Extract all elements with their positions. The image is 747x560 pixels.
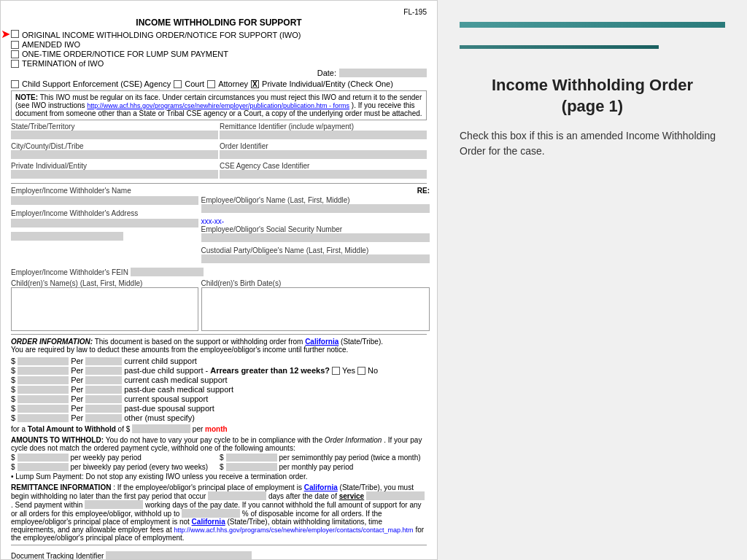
total-input[interactable]: [132, 424, 190, 433]
per-input-2[interactable]: [85, 376, 122, 384]
amended_iwo-checkbox[interactable]: [11, 41, 19, 49]
cse-case-id-input[interactable]: [220, 170, 427, 179]
employer-name-label: Employer/Income Withholder's Name: [11, 187, 131, 195]
remittance-state1: California: [304, 483, 338, 491]
yes-checkbox-1[interactable]: [332, 367, 340, 375]
original-iwo-checkbox[interactable]: [11, 30, 19, 38]
date-input[interactable]: [339, 69, 427, 77]
semimonthly-input[interactable]: [226, 454, 277, 462]
re-section: Employer/Income Withholder's Name Employ…: [11, 187, 427, 265]
money-input-2[interactable]: [18, 376, 69, 384]
biweekly-input[interactable]: [18, 463, 69, 471]
per-label-6: Per: [71, 413, 83, 422]
per-input-6[interactable]: [85, 414, 122, 422]
dollar-5: $: [11, 404, 15, 413]
order-id-input[interactable]: [220, 150, 427, 159]
per-label-0: Per: [71, 357, 83, 365]
remittance-state2: California: [192, 518, 225, 526]
per-input-1[interactable]: [85, 367, 122, 375]
order-info-header: ORDER INFORMATION:: [11, 338, 93, 346]
money-input-1[interactable]: [18, 367, 69, 375]
total-mid: of $: [118, 425, 131, 433]
dollar-4: $: [11, 394, 15, 403]
private-entity-input[interactable]: [11, 170, 218, 179]
private-label: Private Individual/Entity (Check One): [262, 79, 393, 88]
monthly-input[interactable]: [226, 463, 277, 471]
employer-name-input[interactable]: [11, 196, 198, 205]
money-row-5: $ Per past-due spousal support: [11, 404, 427, 413]
tracking-input[interactable]: [106, 551, 252, 560]
fein-input[interactable]: [131, 268, 204, 276]
per-input-4[interactable]: [85, 395, 122, 403]
dollar-0: $: [11, 357, 15, 365]
city-county-input[interactable]: [11, 150, 218, 159]
info-title: Income Withholding Order(page 1): [460, 75, 725, 117]
total-prefix: for a: [11, 425, 28, 433]
per-label-2: Per: [71, 376, 83, 384]
dollar-sign-1: $: [11, 454, 15, 462]
children-births-input[interactable]: [201, 287, 430, 331]
original-iwo-row: ➤ ORIGINAL INCOME WITHHOLDING ORDER/NOTI…: [11, 30, 427, 39]
children-names-input[interactable]: [11, 287, 198, 331]
lump-sum-label: Lump Sum Payment: Do not stop any existi…: [15, 472, 307, 481]
service-word: service: [339, 492, 364, 500]
dollar-sign-3: $: [11, 463, 15, 471]
city-county-field: City/County/Dist./Tribe: [11, 142, 218, 160]
checkbox-rows: AMENDED IWO ONE-TIME ORDER/NOTICE FOR LU…: [11, 40, 427, 68]
days2-input[interactable]: [85, 500, 143, 509]
custodial-input[interactable]: [201, 254, 430, 263]
money-row-0: $ Per current child support: [11, 357, 427, 365]
state-tribe-field: State/Tribe/Territory: [11, 122, 218, 141]
desc-1: past-due child support -: [124, 366, 208, 375]
amounts-header-row: AMOUNTS TO WITHHOLD: You do not have to …: [11, 436, 427, 452]
termination-label: TERMINATION of IWO: [22, 59, 104, 68]
desc-3: past-due cash medical support: [124, 385, 233, 394]
employee-name-input[interactable]: [201, 204, 430, 213]
remittance-id-input[interactable]: [220, 131, 427, 139]
per-input-0[interactable]: [85, 357, 122, 365]
dollar-sign-2: $: [220, 454, 224, 462]
money-input-5[interactable]: [18, 405, 69, 413]
dollar-1: $: [11, 366, 15, 375]
total-bold: Total Amount to Withhold: [28, 425, 116, 433]
order-info-suffix: (State/Tribe).: [341, 338, 383, 346]
arrears-label-1: Arrears greater than 12 weeks?: [210, 366, 330, 375]
weekly-input[interactable]: [18, 454, 69, 462]
employer-address-input1[interactable]: [11, 219, 198, 228]
fields-grid: State/Tribe/Territory Remittance Identif…: [11, 122, 427, 180]
per-label-5: Per: [71, 404, 83, 413]
service-date-input[interactable]: [366, 491, 425, 500]
children-names-label: Child(ren)'s Name(s) (Last, First, Middl…: [11, 279, 198, 287]
money-input-4[interactable]: [18, 395, 69, 403]
termination-row: TERMINATION of IWO: [11, 59, 427, 68]
cse-checkbox[interactable]: [11, 80, 19, 88]
original-iwo-label: ORIGINAL INCOME WITHHOLDING ORDER/NOTICE…: [22, 31, 301, 39]
semimonthly-label: per semimonthly pay period (twice a mont…: [279, 454, 421, 462]
no-checkbox-1[interactable]: [357, 367, 365, 375]
private-entity-label: Private Individual/Entity: [11, 162, 218, 170]
termination-checkbox[interactable]: [11, 60, 19, 68]
state-tribe-input[interactable]: [11, 131, 218, 139]
fein-label: Employer/Income Withholder's FEIN: [11, 268, 128, 276]
note-link[interactable]: http://www.acf.hhs.gov/programs/cse/newh…: [87, 102, 349, 109]
per-input-3[interactable]: [85, 386, 122, 394]
court-checkbox[interactable]: [174, 80, 182, 88]
document-title: INCOME WITHHOLDING FOR SUPPORT: [11, 18, 427, 28]
private-checkbox[interactable]: X: [251, 80, 259, 88]
one_time-checkbox[interactable]: [11, 50, 19, 58]
ssn-input[interactable]: [201, 233, 430, 242]
money-row-2: $ Per current cash medical support: [11, 376, 427, 384]
per-input-5[interactable]: [85, 405, 122, 413]
attorney-checkbox[interactable]: [207, 80, 215, 88]
remittance-link[interactable]: http://www.acf.hhs.gov/programs/cse/newh…: [174, 526, 413, 534]
days-input[interactable]: [208, 491, 266, 500]
percent-input[interactable]: [182, 509, 240, 518]
money-input-6[interactable]: [18, 414, 69, 422]
weekly-row: $ per weekly pay period: [11, 454, 218, 462]
desc-4: current spousal support: [124, 394, 208, 403]
money-input-3[interactable]: [18, 386, 69, 394]
money-input-0[interactable]: [18, 357, 69, 365]
employer-address-input2[interactable]: [11, 232, 123, 241]
tracking-label: Document Tracking Identifier: [11, 552, 104, 560]
semimonthly-row: $ per semimonthly pay period (twice a mo…: [220, 454, 427, 462]
